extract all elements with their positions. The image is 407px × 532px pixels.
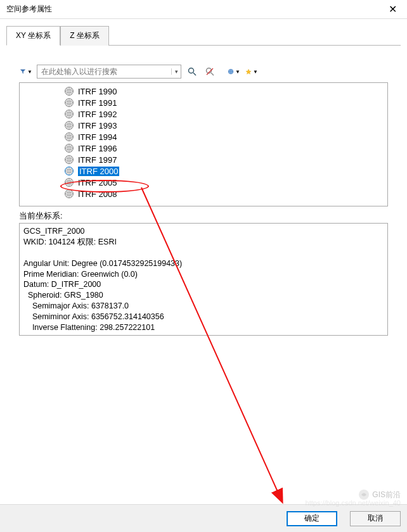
tree-item-label: ITRF 1996 <box>78 144 117 153</box>
info-line: Prime Meridian: Greenwich (0.0) <box>23 270 138 279</box>
info-line: Semimajor Axis: 6378137.0 <box>23 301 129 310</box>
info-line: Inverse Flattening: 298.257222101 <box>23 323 155 332</box>
svg-point-0 <box>189 68 194 73</box>
clear-search-icon[interactable] <box>203 65 217 79</box>
new-crs-icon[interactable]: ▼ <box>227 65 241 79</box>
tree-scroll[interactable]: ITRF 1990ITRF 1991ITRF 1992ITRF 1993ITRF… <box>20 83 387 206</box>
info-line: WKID: 104124 权限: ESRI <box>23 238 117 246</box>
info-line: Spheroid: GRS_1980 <box>23 291 103 300</box>
tree-item-label: ITRF 2008 <box>78 189 117 199</box>
globe-icon <box>64 155 74 165</box>
tree-item-label: ITRF 2000 <box>78 167 119 176</box>
current-cs-label: 当前坐标系: <box>19 210 388 222</box>
search-dropdown-icon[interactable]: ▾ <box>171 68 181 75</box>
chevron-down-icon: ▼ <box>253 69 258 75</box>
tree-item-label: ITRF 1993 <box>78 121 117 130</box>
watermark-url: https://blog.csdn.net/weixin_40 <box>306 499 401 507</box>
tree-item-label: ITRF 1992 <box>78 110 117 119</box>
close-icon[interactable]: ✕ <box>385 3 401 15</box>
globe-icon <box>64 189 74 199</box>
search-input[interactable] <box>37 67 171 76</box>
tree-item-label: ITRF 2005 <box>78 178 117 187</box>
tree-item[interactable]: ITRF 1997 <box>20 154 387 165</box>
tree-item[interactable]: ITRF 1996 <box>20 142 387 154</box>
svg-line-1 <box>193 73 196 75</box>
globe-icon <box>64 177 74 187</box>
cancel-button[interactable]: 取消 <box>350 511 401 526</box>
globe-icon <box>64 166 74 176</box>
info-line: Angular Unit: Degree (0.0174532925199433… <box>23 259 182 268</box>
chevron-down-icon: ▼ <box>235 69 240 75</box>
search-input-wrap: ▾ <box>37 65 181 79</box>
tree-item[interactable]: ITRF 1991 <box>20 97 387 108</box>
globe-icon <box>64 109 74 119</box>
tree-item-label: ITRF 1991 <box>78 98 117 108</box>
tree-item[interactable]: ITRF 2008 <box>20 188 387 200</box>
ok-button[interactable]: 确定 <box>287 511 337 526</box>
search-icon[interactable] <box>185 65 199 79</box>
globe-icon <box>64 143 74 153</box>
tree-item-label: ITRF 1990 <box>78 87 117 96</box>
info-line: GCS_ITRF_2000 <box>23 227 85 236</box>
tree-item-label: ITRF 1997 <box>78 155 117 165</box>
globe-icon <box>64 86 74 96</box>
tree-item-label: ITRF 1994 <box>78 132 117 142</box>
tree-item[interactable]: ITRF 1994 <box>20 131 387 142</box>
tab-z-coordinate-system[interactable]: Z 坐标系 <box>60 26 109 46</box>
tab-strip: XY 坐标系 Z 坐标系 <box>0 19 407 45</box>
chevron-down-icon: ▼ <box>27 69 32 75</box>
tree-item[interactable]: ITRF 1992 <box>20 108 387 120</box>
tree-item[interactable]: ITRF 2005 <box>20 177 387 188</box>
dialog-button-bar: 确定 取消 <box>0 504 407 532</box>
title-bar: 空间参考属性 ✕ <box>0 0 407 19</box>
globe-icon <box>64 132 74 142</box>
info-line: Semiminor Axis: 6356752.314140356 <box>23 312 164 321</box>
filter-icon[interactable]: ▼ <box>19 65 33 79</box>
globe-icon <box>64 120 74 130</box>
window-title: 空间参考属性 <box>6 4 52 15</box>
tree-item[interactable]: ITRF 2000 <box>20 165 387 177</box>
svg-line-3 <box>211 73 214 75</box>
coordinate-system-tree: ITRF 1990ITRF 1991ITRF 1992ITRF 1993ITRF… <box>19 82 388 206</box>
tree-item[interactable]: ITRF 1990 <box>20 86 387 97</box>
info-line: Datum: D_ITRF_2000 <box>23 280 101 289</box>
tree-item[interactable]: ITRF 1993 <box>20 120 387 131</box>
toolbar: ▼ ▾ ▼ ▼ <box>6 65 401 79</box>
current-cs-info: GCS_ITRF_2000 WKID: 104124 权限: ESRI Angu… <box>19 223 388 336</box>
globe-icon <box>64 98 74 108</box>
favorite-icon[interactable]: ▼ <box>245 65 259 79</box>
watermark-text: GIS前沿 <box>372 490 401 500</box>
tab-panel: ▼ ▾ ▼ ▼ ITRF 1990ITRF 1991ITRF 1992ITRF … <box>6 45 401 336</box>
tab-xy-coordinate-system[interactable]: XY 坐标系 <box>6 26 60 46</box>
